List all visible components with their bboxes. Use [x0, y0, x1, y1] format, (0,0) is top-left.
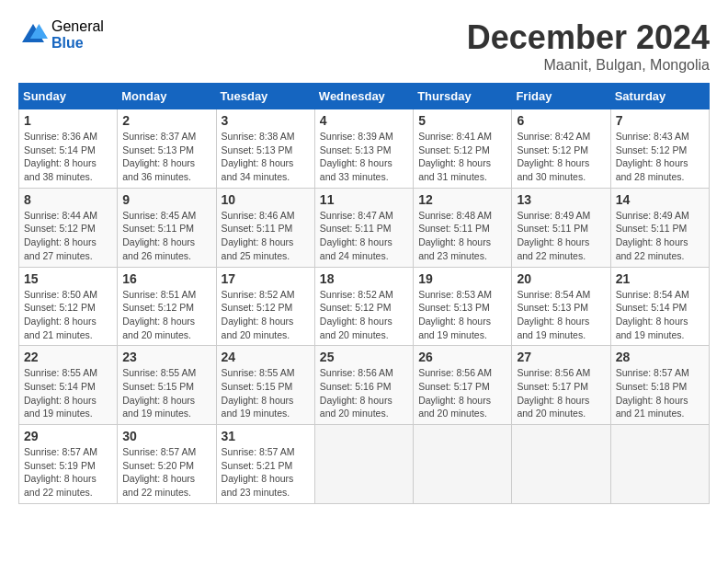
table-row: 15 Sunrise: 8:50 AMSunset: 5:12 PMDaylig… — [19, 267, 118, 346]
table-row: 25 Sunrise: 8:56 AMSunset: 5:16 PMDaylig… — [314, 346, 413, 425]
day-info: Sunrise: 8:37 AMSunset: 5:13 PMDaylight:… — [122, 131, 196, 182]
table-row — [414, 425, 512, 504]
table-row: 29 Sunrise: 8:57 AMSunset: 5:19 PMDaylig… — [19, 425, 118, 504]
day-number: 22 — [24, 350, 112, 364]
day-info: Sunrise: 8:55 AMSunset: 5:14 PMDaylight:… — [24, 367, 97, 419]
day-number: 3 — [222, 113, 310, 128]
day-number: 28 — [616, 350, 704, 364]
table-row: 20 Sunrise: 8:54 AMSunset: 5:13 PMDaylig… — [512, 267, 610, 346]
calendar-week-row: 1 Sunrise: 8:36 AMSunset: 5:14 PMDayligh… — [19, 109, 710, 189]
table-row: 18 Sunrise: 8:52 AMSunset: 5:12 PMDaylig… — [314, 267, 413, 346]
header-thursday: Thursday — [414, 84, 512, 109]
table-row: 5 Sunrise: 8:41 AMSunset: 5:12 PMDayligh… — [414, 109, 512, 189]
day-info: Sunrise: 8:53 AMSunset: 5:13 PMDaylight:… — [418, 289, 492, 340]
day-number: 20 — [517, 271, 605, 286]
table-row: 1 Sunrise: 8:36 AMSunset: 5:14 PMDayligh… — [19, 109, 118, 189]
table-row: 11 Sunrise: 8:47 AMSunset: 5:11 PMDaylig… — [314, 188, 413, 267]
day-info: Sunrise: 8:55 AMSunset: 5:15 PMDaylight:… — [122, 367, 196, 419]
day-number: 30 — [122, 429, 210, 443]
table-row — [512, 425, 610, 504]
day-info: Sunrise: 8:48 AMSunset: 5:11 PMDaylight:… — [418, 210, 492, 261]
header-friday: Friday — [512, 84, 610, 109]
day-number: 13 — [517, 192, 605, 207]
table-row — [314, 425, 413, 504]
day-info: Sunrise: 8:54 AMSunset: 5:14 PMDaylight:… — [616, 289, 689, 340]
calendar-week-row: 22 Sunrise: 8:55 AMSunset: 5:14 PMDaylig… — [19, 346, 710, 425]
title-area: December 2024 Maanit, Bulgan, Mongolia — [467, 18, 710, 74]
day-info: Sunrise: 8:51 AMSunset: 5:12 PMDaylight:… — [122, 289, 196, 340]
logo-icon — [18, 20, 48, 50]
table-row — [610, 425, 709, 504]
header-tuesday: Tuesday — [216, 84, 314, 109]
day-number: 21 — [616, 271, 704, 286]
table-row: 14 Sunrise: 8:49 AMSunset: 5:11 PMDaylig… — [610, 188, 709, 267]
day-info: Sunrise: 8:54 AMSunset: 5:13 PMDaylight:… — [517, 289, 590, 340]
day-number: 10 — [222, 192, 310, 207]
day-info: Sunrise: 8:44 AMSunset: 5:12 PMDaylight:… — [24, 210, 97, 261]
day-number: 4 — [320, 113, 408, 128]
day-info: Sunrise: 8:36 AMSunset: 5:14 PMDaylight:… — [24, 131, 97, 182]
day-info: Sunrise: 8:42 AMSunset: 5:12 PMDaylight:… — [517, 131, 590, 182]
day-info: Sunrise: 8:50 AMSunset: 5:12 PMDaylight:… — [24, 289, 97, 340]
table-row: 12 Sunrise: 8:48 AMSunset: 5:11 PMDaylig… — [414, 188, 512, 267]
logo: General Blue — [18, 18, 104, 51]
day-info: Sunrise: 8:57 AMSunset: 5:18 PMDaylight:… — [616, 367, 689, 419]
calendar: Sunday Monday Tuesday Wednesday Thursday… — [18, 83, 710, 504]
table-row: 24 Sunrise: 8:55 AMSunset: 5:15 PMDaylig… — [216, 346, 314, 425]
day-info: Sunrise: 8:38 AMSunset: 5:13 PMDaylight:… — [222, 131, 295, 182]
day-info: Sunrise: 8:57 AMSunset: 5:21 PMDaylight:… — [222, 446, 295, 498]
calendar-week-row: 29 Sunrise: 8:57 AMSunset: 5:19 PMDaylig… — [19, 425, 710, 504]
day-number: 5 — [418, 113, 506, 128]
day-number: 27 — [517, 350, 605, 364]
table-row: 27 Sunrise: 8:56 AMSunset: 5:17 PMDaylig… — [512, 346, 610, 425]
day-number: 25 — [320, 350, 408, 364]
day-info: Sunrise: 8:49 AMSunset: 5:11 PMDaylight:… — [517, 210, 590, 261]
day-info: Sunrise: 8:39 AMSunset: 5:13 PMDaylight:… — [320, 131, 393, 182]
day-number: 15 — [24, 271, 112, 286]
day-number: 16 — [122, 271, 210, 286]
day-number: 31 — [222, 429, 310, 443]
day-info: Sunrise: 8:43 AMSunset: 5:12 PMDaylight:… — [616, 131, 689, 182]
day-info: Sunrise: 8:57 AMSunset: 5:20 PMDaylight:… — [122, 446, 196, 498]
table-row: 6 Sunrise: 8:42 AMSunset: 5:12 PMDayligh… — [512, 109, 610, 189]
table-row: 2 Sunrise: 8:37 AMSunset: 5:13 PMDayligh… — [118, 109, 216, 189]
main-title: December 2024 — [467, 18, 710, 57]
header-monday: Monday — [118, 84, 216, 109]
header: General Blue December 2024 Maanit, Bulga… — [18, 18, 710, 74]
day-number: 29 — [24, 429, 112, 443]
table-row: 3 Sunrise: 8:38 AMSunset: 5:13 PMDayligh… — [216, 109, 314, 189]
table-row: 30 Sunrise: 8:57 AMSunset: 5:20 PMDaylig… — [118, 425, 216, 504]
day-number: 1 — [24, 113, 112, 128]
day-number: 2 — [122, 113, 210, 128]
header-saturday: Saturday — [610, 84, 709, 109]
header-sunday: Sunday — [19, 84, 118, 109]
logo-general: General — [51, 18, 104, 35]
calendar-week-row: 15 Sunrise: 8:50 AMSunset: 5:12 PMDaylig… — [19, 267, 710, 346]
day-number: 9 — [122, 192, 210, 207]
day-number: 11 — [320, 192, 408, 207]
day-number: 8 — [24, 192, 112, 207]
logo-blue: Blue — [51, 35, 104, 52]
day-info: Sunrise: 8:52 AMSunset: 5:12 PMDaylight:… — [320, 289, 393, 340]
table-row: 21 Sunrise: 8:54 AMSunset: 5:14 PMDaylig… — [610, 267, 709, 346]
table-row: 7 Sunrise: 8:43 AMSunset: 5:12 PMDayligh… — [610, 109, 709, 189]
day-info: Sunrise: 8:47 AMSunset: 5:11 PMDaylight:… — [320, 210, 393, 261]
day-info: Sunrise: 8:41 AMSunset: 5:12 PMDaylight:… — [418, 131, 492, 182]
table-row: 4 Sunrise: 8:39 AMSunset: 5:13 PMDayligh… — [314, 109, 413, 189]
table-row: 9 Sunrise: 8:45 AMSunset: 5:11 PMDayligh… — [118, 188, 216, 267]
day-number: 12 — [418, 192, 506, 207]
table-row: 28 Sunrise: 8:57 AMSunset: 5:18 PMDaylig… — [610, 346, 709, 425]
day-info: Sunrise: 8:56 AMSunset: 5:17 PMDaylight:… — [418, 367, 492, 419]
day-number: 18 — [320, 271, 408, 286]
table-row: 16 Sunrise: 8:51 AMSunset: 5:12 PMDaylig… — [118, 267, 216, 346]
table-row: 13 Sunrise: 8:49 AMSunset: 5:11 PMDaylig… — [512, 188, 610, 267]
table-row: 17 Sunrise: 8:52 AMSunset: 5:12 PMDaylig… — [216, 267, 314, 346]
day-info: Sunrise: 8:55 AMSunset: 5:15 PMDaylight:… — [222, 367, 295, 419]
table-row: 19 Sunrise: 8:53 AMSunset: 5:13 PMDaylig… — [414, 267, 512, 346]
day-number: 7 — [616, 113, 704, 128]
day-number: 23 — [122, 350, 210, 364]
header-wednesday: Wednesday — [314, 84, 413, 109]
table-row: 8 Sunrise: 8:44 AMSunset: 5:12 PMDayligh… — [19, 188, 118, 267]
day-info: Sunrise: 8:57 AMSunset: 5:19 PMDaylight:… — [24, 446, 97, 498]
table-row: 26 Sunrise: 8:56 AMSunset: 5:17 PMDaylig… — [414, 346, 512, 425]
